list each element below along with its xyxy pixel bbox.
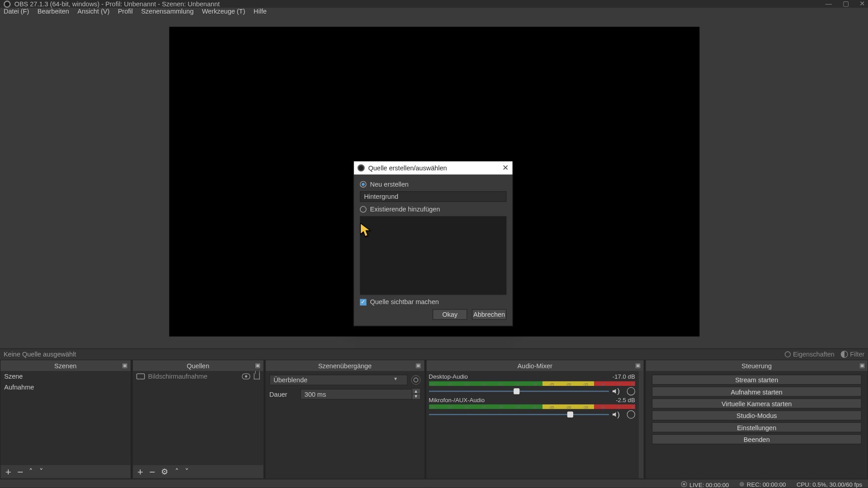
checkbox-icon: ✓	[360, 299, 366, 305]
cancel-button[interactable]: Abbrechen	[472, 309, 506, 320]
mute-button[interactable]	[613, 387, 623, 395]
add-source-button[interactable]: +	[137, 467, 143, 477]
ok-button[interactable]: Okay	[433, 309, 467, 320]
window-title: OBS 27.1.3 (64-bit, windows) - Profil: U…	[14, 0, 220, 8]
display-capture-icon	[136, 373, 144, 379]
maximize-button[interactable]: ▢	[843, 0, 849, 8]
audio-track: Desktop-Audio -17.0 dB -60-55-50-45-40-3…	[429, 373, 635, 395]
popout-icon[interactable]: ▣	[635, 362, 641, 368]
exit-button[interactable]: Beenden	[652, 434, 862, 444]
filter-icon	[840, 351, 848, 358]
obs-logo-icon	[358, 164, 365, 172]
properties-button[interactable]: Eigenschaften	[785, 351, 835, 358]
scenes-dock: Szenen ▣ Szene Aufnahme + − ˄ ˅	[0, 360, 131, 479]
visibility-toggle[interactable]	[242, 373, 250, 379]
popout-icon[interactable]: ▣	[122, 362, 128, 368]
popout-icon[interactable]: ▣	[415, 362, 421, 368]
menu-scene-collection[interactable]: Szenensammlung	[141, 8, 193, 15]
create-source-dialog: Quelle erstellen/auswählen ✕ Neu erstell…	[354, 161, 513, 326]
mute-button[interactable]	[613, 410, 623, 418]
track-name: Desktop-Audio	[429, 373, 467, 380]
gear-icon	[785, 352, 791, 357]
transitions-header[interactable]: Szenenübergänge ▣	[266, 360, 424, 371]
app-window: OBS 27.1.3 (64-bit, windows) - Profil: U…	[0, 0, 868, 488]
popout-icon[interactable]: ▣	[859, 362, 865, 368]
dialog-titlebar[interactable]: Quelle erstellen/auswählen ✕	[354, 161, 513, 174]
menu-file[interactable]: Datei (F)	[4, 8, 29, 15]
studio-mode-button[interactable]: Studio-Modus	[652, 410, 862, 420]
add-scene-button[interactable]: +	[5, 467, 11, 477]
track-name: Mikrofon-/AUX-Audio	[429, 397, 485, 403]
spin-up-icon[interactable]: ▲	[411, 389, 420, 394]
selection-status: Keine Quelle ausgewählt	[4, 351, 76, 358]
menu-edit[interactable]: Bearbeiten	[38, 8, 69, 15]
source-name-input[interactable]	[360, 191, 506, 202]
rec-status: REC: 00:00:00	[740, 481, 786, 488]
rec-indicator-icon	[740, 482, 745, 487]
lock-toggle[interactable]	[254, 373, 260, 379]
mixer-header[interactable]: Audio-Mixer ▣	[426, 360, 643, 371]
scenes-header[interactable]: Szenen ▣	[0, 360, 130, 371]
filter-button[interactable]: Filter	[840, 351, 864, 358]
move-scene-up-button[interactable]: ˄	[29, 468, 33, 475]
controls-header[interactable]: Steuerung ▣	[646, 360, 868, 371]
spin-down-icon[interactable]: ▼	[411, 394, 420, 400]
start-stream-button[interactable]: Stream starten	[652, 375, 862, 385]
audio-track: Mikrofon-/AUX-Audio -2.5 dB -60-55-50-45…	[429, 397, 635, 419]
controls-dock: Steuerung ▣ Stream startenAufnahme start…	[645, 360, 868, 479]
radio-icon	[360, 206, 366, 212]
minimize-button[interactable]: —	[825, 0, 831, 8]
scene-item[interactable]: Szene	[0, 371, 130, 382]
start-recording-button[interactable]: Aufnahme starten	[652, 386, 862, 396]
existing-sources-list[interactable]	[360, 216, 506, 295]
popout-icon[interactable]: ▣	[255, 362, 261, 368]
live-status: LIVE: 00:00:00	[681, 481, 729, 488]
dialog-title: Quelle erstellen/auswählen	[368, 164, 447, 172]
track-db: -17.0 dB	[613, 373, 635, 380]
title-bar: OBS 27.1.3 (64-bit, windows) - Profil: U…	[0, 0, 868, 8]
radio-create-new[interactable]: Neu erstellen	[360, 180, 506, 188]
menu-bar: Datei (F) Bearbeiten Ansicht (V) Profil …	[0, 8, 868, 15]
dialog-close-button[interactable]: ✕	[502, 163, 509, 172]
transition-properties-button[interactable]	[411, 375, 420, 385]
scene-item[interactable]: Aufnahme	[0, 382, 130, 393]
cpu-status: CPU: 0.5%, 30.00/60 fps	[797, 481, 862, 488]
source-toolbar: Keine Quelle ausgewählt Eigenschaften Fi…	[0, 348, 868, 360]
audio-mixer-dock: Audio-Mixer ▣ Desktop-Audio -17.0 dB -60…	[426, 360, 644, 479]
remove-scene-button[interactable]: −	[17, 467, 23, 477]
radio-add-existing[interactable]: Existierende hinzufügen	[360, 206, 506, 213]
transition-select[interactable]: Überblende	[269, 375, 407, 385]
transitions-dock: Szenenübergänge ▣ Überblende Dauer 300 m…	[265, 360, 425, 479]
source-item[interactable]: Bildschirmaufnahme	[132, 371, 263, 382]
move-scene-down-button[interactable]: ˅	[39, 468, 43, 475]
volume-slider[interactable]	[429, 412, 609, 418]
track-settings-button[interactable]	[627, 387, 635, 395]
scenes-list[interactable]: Szene Aufnahme	[0, 371, 130, 465]
status-bar: LIVE: 00:00:00 REC: 00:00:00 CPU: 0.5%, …	[0, 479, 868, 488]
remove-source-button[interactable]: −	[149, 467, 155, 477]
volume-slider[interactable]	[429, 388, 609, 394]
duration-label: Dauer	[269, 391, 297, 398]
make-visible-checkbox[interactable]: ✓ Quelle sichtbar machen	[360, 298, 506, 305]
source-properties-button[interactable]: ⚙	[161, 468, 169, 476]
move-source-down-button[interactable]: ˅	[185, 468, 189, 475]
menu-profile[interactable]: Profil	[118, 8, 133, 15]
volume-meter: -60-55-50-45-40-35-30-25-20-15-10-50	[429, 404, 635, 409]
start-virtual-cam-button[interactable]: Virtuelle Kamera starten	[652, 399, 862, 408]
sources-header[interactable]: Quellen ▣	[132, 360, 263, 371]
volume-meter: -60-55-50-45-40-35-30-25-20-15-10-50	[429, 381, 635, 386]
sources-list[interactable]: Bildschirmaufnahme	[132, 371, 263, 465]
settings-button[interactable]: Einstellungen	[652, 422, 862, 432]
track-settings-button[interactable]	[627, 410, 635, 418]
duration-input[interactable]: 300 ms ▲▼	[300, 389, 420, 400]
move-source-up-button[interactable]: ˄	[175, 468, 179, 475]
obs-logo-icon	[4, 0, 11, 8]
radio-icon	[360, 181, 366, 187]
live-indicator-icon	[681, 481, 687, 487]
sources-dock: Quellen ▣ Bildschirmaufnahme +	[132, 360, 264, 479]
menu-tools[interactable]: Werkzeuge (T)	[202, 8, 245, 15]
menu-help[interactable]: Hilfe	[254, 8, 267, 15]
track-db: -2.5 dB	[616, 397, 635, 403]
menu-view[interactable]: Ansicht (V)	[77, 8, 109, 15]
close-window-button[interactable]: ✕	[859, 0, 865, 8]
